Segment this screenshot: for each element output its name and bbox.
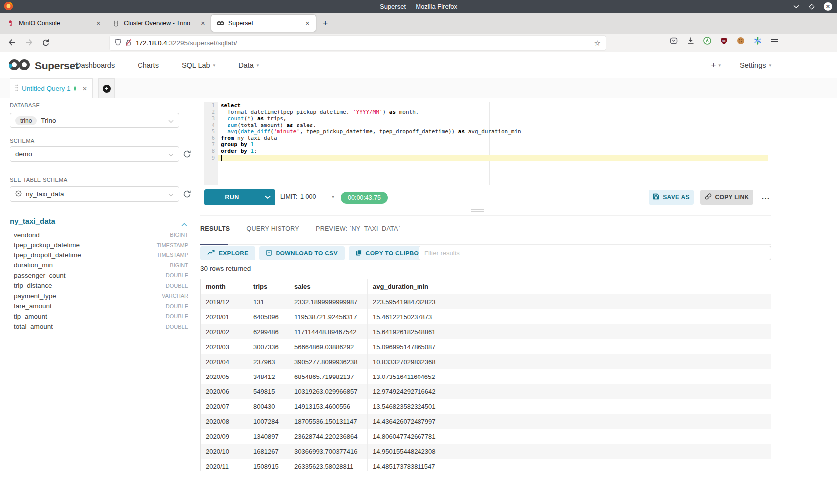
nav-item-charts[interactable]: Charts xyxy=(138,61,159,69)
close-icon[interactable]: ✕ xyxy=(82,85,87,92)
table-cell: 237963 xyxy=(248,354,289,369)
column-header-trips[interactable]: trips xyxy=(248,279,289,294)
column-header-sales[interactable]: sales xyxy=(289,279,368,294)
browser-tab-trino[interactable]: Cluster Overview - Trino✕ xyxy=(107,15,211,32)
sql-editor[interactable]: 123456789 select format_datetime(tpep_pi… xyxy=(204,102,771,185)
chevron-down-icon: ▾ xyxy=(257,63,259,68)
insecure-lock-icon[interactable] xyxy=(125,39,132,48)
nav-item-data[interactable]: Data▾ xyxy=(238,61,259,69)
table-row[interactable]: 2019/121312332.1899999999987223.59541984… xyxy=(201,294,771,309)
table-row[interactable]: 2020/0780043014913153.460055613.54682358… xyxy=(201,399,771,414)
new-tab-button[interactable]: + xyxy=(319,17,332,30)
chevron-down-icon xyxy=(168,150,174,159)
tracking-shield-icon[interactable] xyxy=(115,39,121,48)
extension-green-icon[interactable] xyxy=(703,37,711,47)
sql-line-6[interactable]: from ny_taxi_data xyxy=(218,135,771,141)
sql-line-9[interactable] xyxy=(218,155,768,161)
copy-link-button[interactable]: COPY LINK xyxy=(700,190,753,205)
gutter-line-number: 8 xyxy=(204,148,218,154)
table-row[interactable]: 2020/03300733656664869.0388629215.096995… xyxy=(201,339,771,354)
window-close-icon[interactable]: ✕ xyxy=(824,2,832,11)
window-maximize-icon[interactable] xyxy=(808,3,815,10)
table-row[interactable]: 2020/016405096119538721.9245631715.46122… xyxy=(201,309,771,324)
sql-token: month, xyxy=(396,109,418,115)
explore-button[interactable]: EXPLORE xyxy=(200,246,255,260)
table-cell: 2020/03 xyxy=(201,339,248,354)
pocket-icon[interactable] xyxy=(670,37,678,47)
table-name-heading[interactable]: ny_taxi_data xyxy=(10,217,55,225)
schema-select[interactable]: demo xyxy=(10,146,179,162)
table-row[interactable]: 2020/11150891526335623.5802881114.485173… xyxy=(201,459,771,471)
filter-results-input[interactable] xyxy=(418,246,771,260)
sql-line-1[interactable]: select xyxy=(218,102,771,109)
cookie-icon[interactable] xyxy=(737,37,745,47)
query-tab-untitled-query-1[interactable]: Untitled Query 1 ✕ xyxy=(10,78,93,98)
save-icon xyxy=(653,193,659,201)
settings-menu-button[interactable]: Settings▾ xyxy=(740,61,771,69)
save-as-button[interactable]: SAVE AS xyxy=(649,190,694,205)
run-button[interactable]: RUN xyxy=(204,189,275,205)
tab-close-icon[interactable]: ✕ xyxy=(200,20,206,27)
table-column-row: payment_typeVARCHAR xyxy=(14,291,188,301)
browser-tab-minio[interactable]: MinIO Console✕ xyxy=(2,15,107,32)
downloads-icon[interactable] xyxy=(687,37,695,47)
collapse-table-chevron-icon[interactable] xyxy=(181,220,187,229)
browser-tab-superset[interactable]: Superset✕ xyxy=(211,15,316,32)
results-tab-preview-ny-taxi-data[interactable]: PREVIEW: `NY_TAXI_DATA` xyxy=(316,225,400,232)
nav-item-sql-lab[interactable]: SQL Lab▾ xyxy=(182,61,215,69)
extension-asterisk-icon[interactable] xyxy=(754,37,762,47)
pane-resize-handle[interactable] xyxy=(471,209,484,213)
window-minimize-icon[interactable] xyxy=(793,3,800,10)
sql-token: sum xyxy=(227,122,237,128)
menu-hamburger-icon[interactable] xyxy=(771,39,778,45)
drag-handle-icon[interactable] xyxy=(15,84,18,93)
results-tab-query-history[interactable]: QUERY HISTORY xyxy=(247,225,299,232)
superset-brand[interactable]: Superset xyxy=(8,57,78,74)
sql-line-4[interactable]: sum(total_amount) as sales, xyxy=(218,122,771,128)
column-header-month[interactable]: month xyxy=(201,279,248,294)
url-text[interactable]: 172.18.0.4:32295/superset/sqllab/ xyxy=(136,39,590,47)
column-header-avg_duration_min[interactable]: avg_duration_min xyxy=(368,279,771,294)
active-tab-ink xyxy=(200,244,228,245)
table-row[interactable]: 2020/09134089723628744.22023686414.80604… xyxy=(201,429,771,444)
table-cell: 2020/05 xyxy=(201,369,248,384)
add-query-tab-button[interactable]: + xyxy=(98,78,115,98)
results-tab-results[interactable]: RESULTS xyxy=(200,225,230,232)
bookmark-star-icon[interactable]: ☆ xyxy=(594,39,601,48)
gutter-line-number: 1 xyxy=(204,102,218,109)
download-to-csv-button[interactable]: DOWNLOAD TO CSV xyxy=(259,246,344,260)
sql-line-2[interactable]: format_datetime(tpep_pickup_datetime, 'Y… xyxy=(218,109,771,115)
sql-line-3[interactable]: count(*) as trips, xyxy=(218,115,771,122)
more-options-button[interactable]: ... xyxy=(758,189,773,204)
browser-tab-title: MinIO Console xyxy=(19,20,91,27)
refresh-table-icon[interactable] xyxy=(183,189,192,198)
add-menu-button[interactable]: +▾ xyxy=(711,60,721,70)
results-table[interactable]: monthtripssalesavg_duration_min2019/1213… xyxy=(200,279,771,471)
tab-close-icon[interactable]: ✕ xyxy=(95,20,102,27)
sql-line-8[interactable]: order by 1; xyxy=(218,148,771,154)
table-row[interactable]: 2020/0654981510319263.02996685712.974924… xyxy=(201,384,771,399)
back-icon[interactable] xyxy=(8,39,16,48)
table-cell: 2020/08 xyxy=(201,414,248,429)
table-row[interactable]: 2020/10168126730366993.70037741614.95015… xyxy=(201,444,771,459)
schema-label: SCHEMA xyxy=(10,138,34,144)
nav-item-dashboards[interactable]: Dashboards xyxy=(76,61,115,69)
run-button-label[interactable]: RUN xyxy=(204,189,260,205)
run-dropdown-chevron-icon[interactable] xyxy=(260,189,275,205)
table-row[interactable]: 2020/053484126854865.71998213713.0735164… xyxy=(201,369,771,384)
tab-close-icon[interactable]: ✕ xyxy=(304,20,311,27)
editor-code[interactable]: select format_datetime(tpep_pickup_datet… xyxy=(218,102,771,161)
ublock-shield-icon[interactable]: UO xyxy=(720,37,728,47)
limit-dropdown[interactable]: LIMIT: 1 000 ▾ xyxy=(280,193,334,200)
table-select[interactable]: ny_taxi_data xyxy=(10,186,179,202)
database-select[interactable]: trino Trino xyxy=(10,113,179,128)
table-row[interactable]: 2020/08100728418705536.15013114714.43642… xyxy=(201,414,771,429)
forward-icon[interactable] xyxy=(25,39,33,48)
table-row[interactable]: 2020/026299486117114448.8946754215.64192… xyxy=(201,324,771,339)
sql-line-5[interactable]: avg(date_diff('minute', tpep_pickup_date… xyxy=(218,128,771,135)
sql-line-7[interactable]: group by 1 xyxy=(218,141,771,148)
refresh-schema-icon[interactable] xyxy=(183,149,192,158)
table-row[interactable]: 2020/042379633905277.809993623810.833327… xyxy=(201,354,771,369)
reload-icon[interactable] xyxy=(42,39,49,48)
url-field[interactable]: 172.18.0.4:32295/superset/sqllab/ ☆ xyxy=(110,36,606,50)
